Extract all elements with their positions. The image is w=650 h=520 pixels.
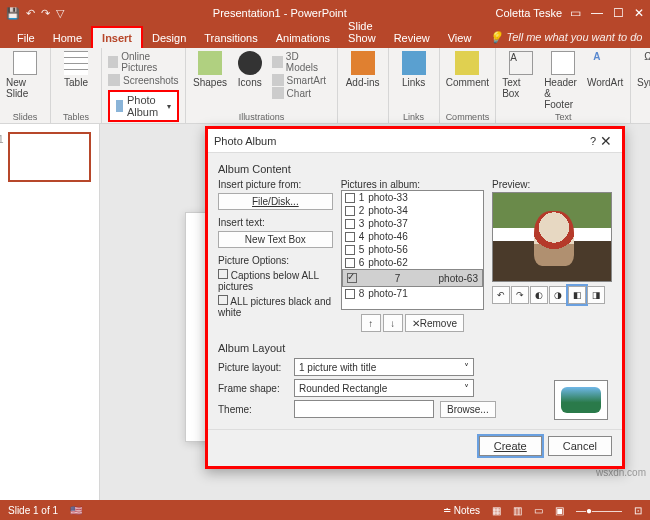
zoom-slider[interactable]: —●——— (576, 505, 622, 516)
remove-button[interactable]: ✕ Remove (405, 314, 464, 332)
rotate-right-button[interactable]: ↷ (511, 286, 529, 304)
save-icon[interactable]: 💾 (6, 7, 20, 20)
black-white-checkbox[interactable]: ALL pictures black and white (218, 295, 333, 318)
checkbox-icon[interactable] (345, 258, 355, 268)
chart-button[interactable]: Chart (272, 87, 331, 99)
checkbox-icon[interactable] (345, 206, 355, 216)
smartart-icon (272, 74, 284, 86)
brightness-up-button[interactable]: ◐ (530, 286, 548, 304)
list-item[interactable]: 6photo-62 (342, 256, 483, 269)
item-name: photo-62 (368, 257, 407, 268)
table-button[interactable]: Table (57, 51, 95, 88)
list-item[interactable]: 8photo-71 (342, 287, 483, 300)
shapes-button[interactable]: Shapes (192, 51, 228, 88)
dialog-close-button[interactable]: ✕ (596, 133, 616, 149)
move-down-button[interactable]: ↓ (383, 314, 403, 332)
frame-shape-select[interactable]: Rounded Rectangle˅ (294, 379, 474, 397)
tab-transitions[interactable]: Transitions (195, 28, 266, 48)
preview-box (492, 192, 612, 282)
reading-view-icon[interactable]: ▭ (534, 505, 543, 516)
language-indicator[interactable]: 🇺🇸 (70, 505, 82, 516)
tab-review[interactable]: Review (385, 28, 439, 48)
redo-icon[interactable]: ↷ (41, 7, 50, 20)
item-index: 6 (359, 257, 365, 268)
smartart-button[interactable]: SmartArt (272, 74, 331, 86)
header-footer-button[interactable]: Header & Footer (544, 51, 582, 110)
list-item[interactable]: 2photo-34 (342, 204, 483, 217)
slide-sorter-icon[interactable]: ▥ (513, 505, 522, 516)
links-icon (402, 51, 426, 75)
tab-home[interactable]: Home (44, 28, 91, 48)
tab-animations[interactable]: Animations (267, 28, 339, 48)
theme-input[interactable] (294, 400, 434, 418)
checkbox-icon[interactable] (345, 245, 355, 255)
ribbon: New Slide Slides Table Tables Online Pic… (0, 48, 650, 124)
minimize-icon[interactable]: — (591, 6, 603, 20)
checkbox-icon[interactable] (347, 273, 357, 283)
checkbox-icon[interactable] (345, 232, 355, 242)
tab-view[interactable]: View (439, 28, 481, 48)
cancel-button[interactable]: Cancel (548, 436, 612, 456)
item-name: photo-71 (368, 288, 407, 299)
browse-button[interactable]: Browse... (440, 401, 496, 418)
maximize-icon[interactable]: ☐ (613, 6, 624, 20)
chevron-down-icon: ▾ (167, 102, 171, 111)
start-from-beginning-icon[interactable]: ▽ (56, 7, 64, 20)
symbols-button[interactable]: ΩSymbols (637, 51, 650, 88)
close-icon[interactable]: ✕ (634, 6, 644, 20)
list-item[interactable]: 1photo-33 (342, 191, 483, 204)
picture-layout-select[interactable]: 1 picture with title˅ (294, 358, 474, 376)
list-item[interactable]: 5photo-56 (342, 243, 483, 256)
tab-insert[interactable]: Insert (91, 26, 143, 48)
checkbox-icon[interactable] (345, 289, 355, 299)
text-box-button[interactable]: AText Box (502, 51, 540, 99)
move-up-button[interactable]: ↑ (361, 314, 381, 332)
create-button[interactable]: Create (479, 436, 542, 456)
list-item[interactable]: 7photo-63 (342, 269, 483, 287)
album-layout-label: Album Layout (218, 342, 612, 354)
quick-access-toolbar: 💾 ↶ ↷ ▽ (6, 7, 64, 20)
file-disk-button[interactable]: File/Disk... (218, 193, 333, 210)
slide-thumbnail-1[interactable]: 1 (8, 132, 91, 182)
notes-button[interactable]: ≐ Notes (443, 505, 480, 516)
contrast-up-button[interactable]: ◧ (568, 286, 586, 304)
rotate-left-button[interactable]: ↶ (492, 286, 510, 304)
new-text-box-button[interactable]: New Text Box (218, 231, 333, 248)
list-item[interactable]: 3photo-37 (342, 217, 483, 230)
pictures-listbox[interactable]: 1photo-332photo-343photo-374photo-465pho… (341, 190, 484, 310)
undo-icon[interactable]: ↶ (26, 7, 35, 20)
icons-button[interactable]: Icons (232, 51, 268, 88)
title-bar: 💾 ↶ ↷ ▽ Presentation1 - PowerPoint Colet… (0, 0, 650, 26)
shapes-icon (198, 51, 222, 75)
normal-view-icon[interactable]: ▦ (492, 505, 501, 516)
contrast-down-button[interactable]: ◨ (587, 286, 605, 304)
brightness-down-button[interactable]: ◑ (549, 286, 567, 304)
slide-thumbnail-panel: 1 (0, 124, 100, 500)
fit-to-window-icon[interactable]: ⊡ (634, 505, 642, 516)
new-slide-icon (13, 51, 37, 75)
tab-file[interactable]: File (8, 28, 44, 48)
wordart-icon: A (593, 51, 617, 75)
photo-album-button[interactable]: Photo Album ▾ (108, 90, 179, 122)
ribbon-options-icon[interactable]: ▭ (570, 6, 581, 20)
comment-button[interactable]: Comment (448, 51, 486, 88)
list-item[interactable]: 4photo-46 (342, 230, 483, 243)
new-slide-button[interactable]: New Slide (6, 51, 44, 99)
tell-me-search[interactable]: 💡 Tell me what you want to do (480, 27, 650, 48)
item-index: 7 (395, 273, 401, 284)
photo-album-icon (116, 100, 123, 112)
screenshots-button[interactable]: Screenshots (108, 74, 179, 86)
tab-slideshow[interactable]: Slide Show (339, 16, 385, 48)
slideshow-view-icon[interactable]: ▣ (555, 505, 564, 516)
links-button[interactable]: Links (395, 51, 433, 88)
online-pictures-button[interactable]: Online Pictures (108, 51, 179, 73)
item-name: photo-37 (368, 218, 407, 229)
captions-below-checkbox[interactable]: Captions below ALL pictures (218, 269, 333, 292)
addins-button[interactable]: Add-ins (344, 51, 382, 88)
checkbox-icon[interactable] (345, 219, 355, 229)
3d-models-button[interactable]: 3D Models (272, 51, 331, 73)
wordart-button[interactable]: AWordArt (586, 51, 624, 88)
tab-design[interactable]: Design (143, 28, 195, 48)
checkbox-icon[interactable] (345, 193, 355, 203)
theme-label: Theme: (218, 404, 288, 415)
